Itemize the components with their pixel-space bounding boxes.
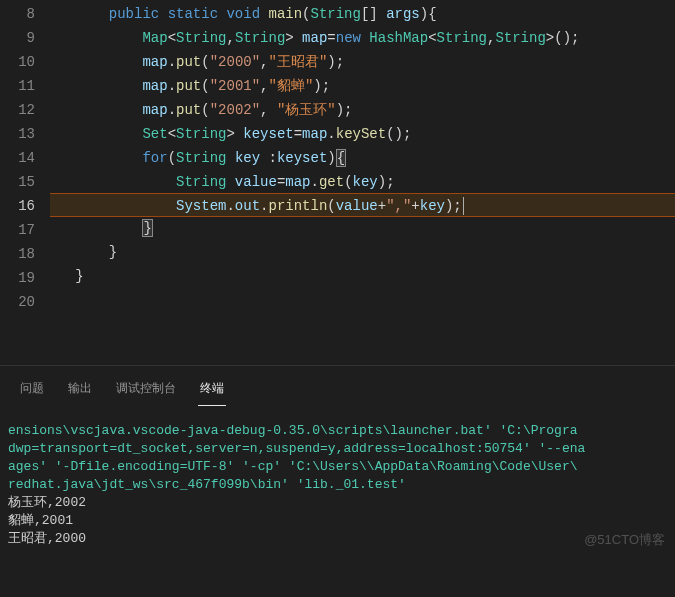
line-number: 10 [0, 50, 35, 74]
code-line[interactable]: Set<String> keyset=map.keySet(); [50, 122, 675, 146]
terminal-line: ages' '-Dfile.encoding=UTF-8' '-cp' 'C:\… [8, 458, 667, 476]
tab-problems[interactable]: 问题 [18, 376, 46, 406]
code-line[interactable]: } [50, 264, 675, 288]
line-number: 15 [0, 170, 35, 194]
code-line[interactable]: map.put("2000","王昭君"); [50, 50, 675, 74]
tab-terminal[interactable]: 终端 [198, 376, 226, 406]
code-area[interactable]: public static void main(String[] args){ … [50, 0, 675, 365]
line-number: 17 [0, 218, 35, 242]
terminal-output: 杨玉环,2002 [8, 494, 667, 512]
code-line[interactable]: } [50, 240, 675, 264]
line-number: 9 [0, 26, 35, 50]
line-number: 14 [0, 146, 35, 170]
code-line[interactable]: map.put("2002", "杨玉环"); [50, 98, 675, 122]
line-number: 11 [0, 74, 35, 98]
line-number: 18 [0, 242, 35, 266]
line-number: 19 [0, 266, 35, 290]
tab-output[interactable]: 输出 [66, 376, 94, 406]
line-number: 13 [0, 122, 35, 146]
terminal-content[interactable]: ensions\vscjava.vscode-java-debug-0.35.0… [0, 406, 675, 558]
code-line[interactable]: public static void main(String[] args){ [50, 2, 675, 26]
terminal-line: redhat.java\jdt_ws\src_467f099b\bin' 'li… [8, 476, 667, 494]
panel-tabs: 问题 输出 调试控制台 终端 [0, 366, 675, 406]
line-gutter: 8 9 10 11 12 13 14 15 16 17 18 19 20 [0, 0, 50, 365]
code-editor[interactable]: 8 9 10 11 12 13 14 15 16 17 18 19 20 pub… [0, 0, 675, 365]
code-line[interactable]: Map<String,String> map=new HashMap<Strin… [50, 26, 675, 50]
terminal-line: dwp=transport=dt_socket,server=n,suspend… [8, 440, 667, 458]
code-line[interactable]: String value=map.get(key); [50, 170, 675, 194]
line-number: 8 [0, 2, 35, 26]
terminal-output: 王昭君,2000 [8, 530, 667, 548]
code-line[interactable]: map.put("2001","貂蝉"); [50, 74, 675, 98]
line-number-current: 16 [0, 194, 35, 218]
code-line[interactable]: for(String key :keyset){ [50, 146, 675, 170]
code-line[interactable] [50, 288, 675, 312]
line-number: 20 [0, 290, 35, 314]
terminal-line: ensions\vscjava.vscode-java-debug-0.35.0… [8, 422, 667, 440]
tab-debug-console[interactable]: 调试控制台 [114, 376, 178, 406]
code-line-current[interactable]: System.out.println(value+","+key); [50, 193, 675, 217]
code-line[interactable]: } [50, 216, 675, 240]
terminal-output: 貂蝉,2001 [8, 512, 667, 530]
line-number: 12 [0, 98, 35, 122]
watermark: @51CTO博客 [584, 531, 665, 549]
text-cursor [463, 197, 464, 215]
bottom-panel: 问题 输出 调试控制台 终端 ensions\vscjava.vscode-ja… [0, 365, 675, 558]
